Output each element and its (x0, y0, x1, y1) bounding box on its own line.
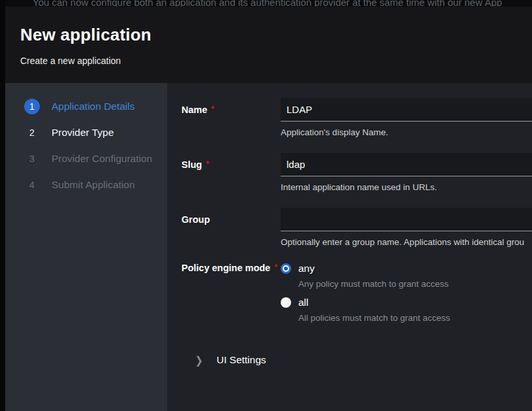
group-field-row: Group Optionally enter a group name. App… (181, 208, 532, 247)
ui-settings-label: UI Settings (217, 354, 266, 366)
required-asterisk: * (211, 105, 215, 114)
step-number-badge: 1 (24, 99, 40, 114)
group-help-text: Optionally enter a group name. Applicati… (281, 237, 532, 247)
label-text: Name (181, 105, 208, 115)
label-text: Slug (181, 159, 202, 170)
required-asterisk: * (206, 159, 209, 169)
modal-header: New application Create a new application (5, 7, 532, 83)
radio-any[interactable]: any (281, 263, 532, 274)
radio-all-label: all (298, 297, 309, 308)
step-label: Submit Application (52, 179, 135, 191)
radio-any-label: any (298, 263, 315, 274)
modal-body: 1 Application Details 2 Provider Type 3 … (5, 83, 532, 411)
group-field-label: Group (181, 208, 281, 247)
radio-option-all: all All policies must match to grant acc… (281, 297, 532, 323)
slug-field-group: Internal application name used in URLs. (281, 153, 532, 192)
chevron-right-icon: ❯ (195, 354, 203, 366)
radio-all-help: All policies must match to grant access (298, 313, 532, 323)
label-text: Group (181, 214, 210, 225)
step-label: Provider Type (52, 127, 114, 139)
group-input[interactable] (281, 208, 532, 231)
group-field-group: Optionally enter a group name. Applicati… (281, 208, 532, 247)
step-number: 2 (24, 125, 40, 140)
wizard-step-nav: 1 Application Details 2 Provider Type 3 … (5, 83, 167, 411)
screen: You can now configure both an applicatio… (0, 0, 532, 411)
name-field-row: Name* Application's display Name. (181, 98, 532, 137)
step-number: 4 (24, 177, 40, 193)
radio-any-help: Any policy must match to grant access (298, 279, 532, 289)
radio-all[interactable]: all (281, 297, 532, 308)
policy-engine-mode-label: Policy engine mode* (181, 263, 281, 331)
slug-field-label: Slug* (181, 153, 281, 192)
wizard-step-submit-application: 4 Submit Application (5, 172, 167, 198)
modal-title: New application (20, 25, 532, 45)
wizard-step-application-details[interactable]: 1 Application Details (5, 93, 167, 120)
slug-input[interactable] (281, 153, 532, 176)
step-number: 3 (24, 151, 40, 167)
new-application-modal: New application Create a new application… (5, 7, 532, 411)
policy-engine-mode-options: any Any policy must match to grant acces… (281, 263, 532, 331)
page-background-strip (0, 0, 5, 411)
slug-help-text: Internal application name used in URLs. (281, 182, 532, 192)
name-input[interactable] (281, 98, 532, 122)
slug-field-row: Slug* Internal application name used in … (181, 153, 532, 192)
wizard-step-provider-type[interactable]: 2 Provider Type (5, 120, 167, 146)
name-help-text: Application's display Name. (281, 127, 532, 137)
radio-selected-icon[interactable] (281, 263, 291, 274)
radio-option-any: any Any policy must match to grant acces… (281, 263, 532, 289)
step-label: Application Details (52, 101, 135, 112)
radio-unselected-icon[interactable] (281, 297, 291, 308)
modal-subtitle: Create a new application (20, 56, 532, 66)
name-field-label: Name* (181, 98, 281, 137)
application-details-form: Name* Application's display Name. Slug* … (167, 83, 532, 411)
step-label: Provider Configuration (52, 153, 152, 165)
name-field-group: Application's display Name. (281, 98, 532, 137)
wizard-step-provider-configuration: 3 Provider Configuration (5, 146, 167, 172)
policy-engine-mode-row: Policy engine mode* any Any policy must … (181, 263, 532, 331)
required-asterisk: * (274, 263, 277, 272)
label-text: Policy engine mode (181, 263, 270, 273)
ui-settings-expander[interactable]: ❯ UI Settings (181, 354, 532, 366)
